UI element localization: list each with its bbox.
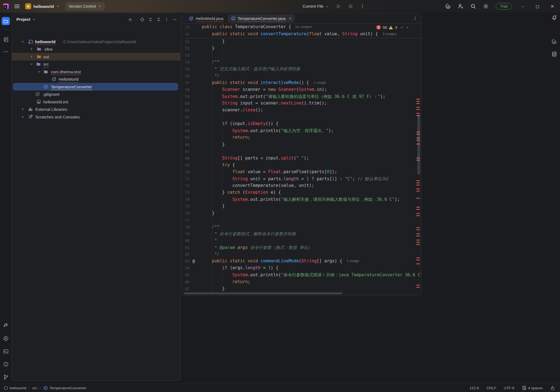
line-number[interactable]: 63 [183,122,190,126]
tree-item-temperatureconverter[interactable]: CTemperatureConverter [12,83,180,91]
code-line-65[interactable]: 65 return; [182,135,421,141]
project-widget[interactable]: H helloworld [25,3,60,9]
problems-tool-window-button[interactable] [3,362,8,367]
hamburger-menu-icon[interactable] [14,4,20,8]
line-number[interactable]: 70 [183,170,190,174]
ai-assistant-icon[interactable] [445,4,451,9]
error-stripe-mark[interactable] [416,215,420,216]
usages-hint[interactable]: 3 usages [382,32,397,36]
error-stripe-mark[interactable] [416,236,420,236]
database-tool-window-button[interactable] [552,51,557,57]
error-stripe-mark[interactable] [416,209,420,210]
caret-position-widget[interactable]: 151:6 [470,386,479,390]
line-number[interactable]: 82 [183,252,190,257]
line-number[interactable]: 75 [183,204,190,208]
terminal-tool-window-button[interactable] [3,349,8,354]
code-line-73[interactable]: 73 } catch (Exception e) { [182,190,421,196]
line-number[interactable]: 59 [183,94,190,99]
window-minimize-button[interactable]: – [519,4,527,9]
line-number[interactable]: 51 [183,39,190,44]
code-line-70[interactable]: 70 float value = Float.parseFloat(parts[… [182,169,421,176]
code-line-81[interactable]: 81 * @param args 命令行参数（格式：数值 单位） [182,245,421,251]
code-line-78[interactable]: 78 /** [182,224,421,231]
annotation-gutter-icon[interactable]: @ [192,259,195,264]
error-stripe-mark[interactable] [416,182,420,183]
code-line-69[interactable]: 69 try { [182,162,421,169]
usages-hint[interactable]: 1 usage [313,80,326,85]
code-with-me-icon[interactable] [458,4,463,9]
ai-assistant-tool-window-button[interactable] [552,39,557,44]
line-number[interactable]: 69 [183,163,190,167]
horizontal-scrollbar[interactable] [184,292,342,294]
code-line-87[interactable]: 87 } [182,286,421,293]
inspection-widget[interactable]: ! 58 3 [376,25,409,30]
tree-item-helloworld[interactable]: helloworldC:\Users\eleven\IdeaProjects\h… [12,38,180,45]
line-number[interactable]: 76 [183,211,190,216]
add-icon[interactable] [128,17,132,22]
error-stripe-mark[interactable] [416,113,420,114]
code-line-77[interactable]: 77 [182,217,421,224]
line-number[interactable]: 86 [183,280,190,284]
code-line-55[interactable]: 55 * 交互式输入模式：提示用户输入并处理转换 [182,66,421,73]
tree-item-gitignore[interactable]: .gitignore [12,91,180,98]
line-number[interactable]: 71 [183,177,190,181]
line-number[interactable]: 54 [183,60,190,64]
code-line-67[interactable]: 67 [182,149,421,155]
code-line-79[interactable]: 79 * 命令行参数模式：解析命令行参数并转换 [182,231,421,238]
error-stripe-mark[interactable] [416,180,420,181]
indent-widget[interactable]: 4 spaces [522,386,543,390]
code-line-63[interactable]: 63 if (input.isEmpty()) { [182,121,421,128]
code-line-83[interactable]: 83@ public static void commandLineMode(S… [182,258,421,265]
hide-panel-icon[interactable] [172,17,177,22]
code-line-85[interactable]: 85 System.out.println("命令行参数格式错误！示例：java… [182,272,421,279]
code-line-71[interactable]: 71 String unit = parts.length > 1 ? part… [182,176,421,183]
next-problem-icon[interactable] [406,26,409,29]
more-actions-kebab-icon[interactable] [360,4,365,8]
code-line-84[interactable]: 84 if (args.length < 1) { [182,265,421,272]
vcs-widget[interactable]: Version Control [65,2,105,10]
error-stripe-mark[interactable] [416,198,420,199]
file-lock-icon[interactable] [550,386,555,390]
panel-options-kebab-icon[interactable] [164,17,169,22]
project-panel-title[interactable]: Project [16,17,36,22]
error-stripe-mark[interactable] [416,109,420,110]
error-stripe-mark[interactable] [416,233,420,234]
vertical-scrollbar[interactable] [417,115,420,175]
tree-item-external-libraries[interactable]: External Libraries [12,106,180,113]
line-number[interactable]: 87 [183,287,190,291]
line-number[interactable]: 52 [183,46,190,51]
tab-temperatureconverter-java[interactable]: CTemperatureConverter.java✕ [228,14,295,23]
line-number[interactable]: 73 [183,190,190,195]
code-line-76[interactable]: 76 } [182,210,421,217]
code-line-58[interactable]: 58 Scanner scanner = new Scanner(System.… [182,87,421,94]
line-number[interactable]: 74 [183,197,190,202]
line-number[interactable]: 55 [183,67,190,71]
line-number[interactable]: 80 [183,239,190,243]
trial-badge[interactable]: Trial [496,3,512,10]
code-line-60[interactable]: 60 String input = scanner.nextLine().tri… [182,100,421,107]
chevron-right-icon[interactable] [21,115,25,119]
usages-hint[interactable]: 1 usage [347,259,359,263]
line-number[interactable]: 13 [183,25,190,29]
code-line-72[interactable]: 72 convertTemperature(value, unit); [182,183,421,190]
line-number[interactable]: 85 [183,273,190,277]
code-line-51[interactable]: 51 } [182,39,421,45]
code-line-53[interactable]: 53 [182,52,421,59]
error-stripe-mark[interactable] [416,103,420,104]
error-stripe-mark[interactable] [416,207,420,208]
line-number[interactable]: 66 [183,143,190,147]
line-number[interactable]: 58 [183,88,190,92]
code-line-57[interactable]: 57 public static void interactiveMode() … [182,80,421,87]
line-number[interactable]: 65 [183,135,190,140]
code-line-68[interactable]: 68 String[] parts = input.split(" "); [182,155,421,162]
line-number[interactable]: 62 [183,115,190,119]
breadcrumb-item-src[interactable]: src [32,386,37,390]
debug-button[interactable] [348,4,353,9]
line-number[interactable]: 67 [183,149,190,154]
line-number[interactable]: 84 [183,266,190,270]
chevron-right-icon[interactable] [30,47,33,51]
error-stripe-mark[interactable] [416,285,420,286]
error-stripe-mark[interactable] [416,260,420,260]
code-line-86[interactable]: 86 return; [182,279,421,286]
error-stripe-mark[interactable] [416,185,420,185]
